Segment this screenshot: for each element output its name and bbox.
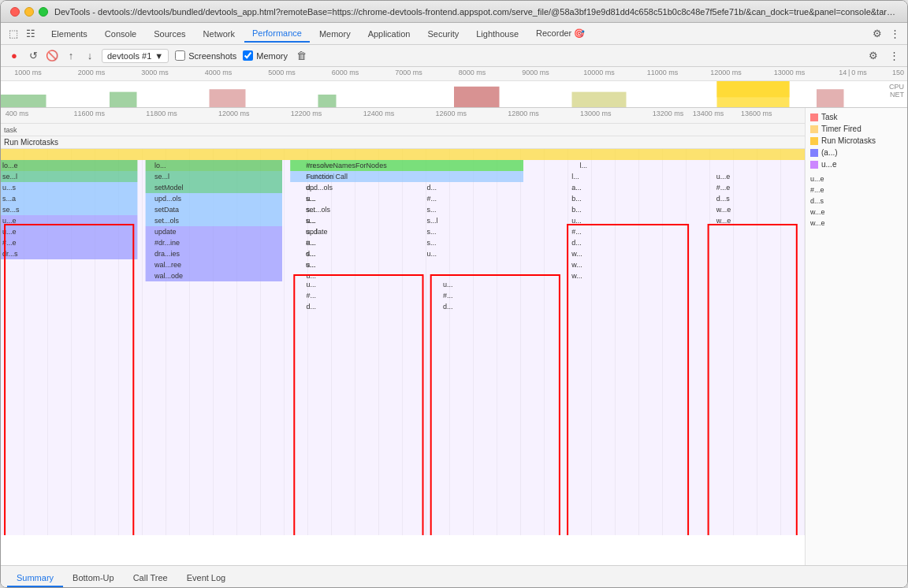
legend-a-parens-label: (a...) bbox=[821, 148, 838, 157]
tab-memory[interactable]: Memory bbox=[311, 26, 359, 42]
flame-lo-e[interactable] bbox=[1, 160, 137, 171]
secondary-toolbar-left: ● ↺ 🚫 ↑ ↓ devtools #1 ▼ bbox=[7, 49, 169, 63]
clear-button[interactable]: 🚫 bbox=[45, 49, 59, 63]
flame-fr-hashe: #...e bbox=[716, 184, 731, 192]
settings-icon[interactable]: ⚙ bbox=[871, 28, 884, 40]
tab-event-log[interactable]: Event Log bbox=[177, 570, 236, 587]
tab-application[interactable]: Application bbox=[360, 26, 419, 42]
dtick-11600: 11600 ms bbox=[73, 110, 105, 117]
flame-dr-s[interactable] bbox=[1, 248, 137, 259]
flame-lo2[interactable] bbox=[146, 160, 282, 171]
flame-fr-we2: w...e bbox=[716, 217, 731, 225]
legend-task: Task bbox=[806, 111, 907, 123]
flame-se-l[interactable] bbox=[1, 171, 137, 182]
legend-microtasks-label: Run Microtasks bbox=[821, 136, 876, 145]
more2-icon[interactable]: ⋮ bbox=[887, 49, 901, 63]
flame-se-s-text: se...s bbox=[2, 206, 20, 214]
cpu-bar-1 bbox=[1, 95, 47, 108]
tab-security[interactable]: Security bbox=[419, 26, 467, 42]
flame-r-w3: w... bbox=[571, 272, 582, 280]
tab-console[interactable]: Console bbox=[97, 26, 144, 42]
target-selector[interactable]: devtools #1 ▼ bbox=[102, 49, 169, 63]
legend-timer-color bbox=[810, 125, 818, 133]
screenshots-checkbox[interactable] bbox=[175, 50, 185, 61]
traffic-lights bbox=[10, 7, 48, 17]
tab-call-tree[interactable]: Call Tree bbox=[124, 570, 177, 587]
tab-bottom-up[interactable]: Bottom-Up bbox=[63, 570, 124, 587]
flame-u-s[interactable] bbox=[1, 182, 137, 193]
dtick-400: 400 ms bbox=[6, 110, 29, 117]
flame-mid-u2: u... bbox=[307, 217, 317, 225]
tab-sources[interactable]: Sources bbox=[146, 26, 193, 42]
tick-9000: 9000 ms bbox=[522, 69, 549, 76]
checkboxes-area: Screenshots Memory 🗑 bbox=[175, 49, 308, 63]
dtick-12200: 12200 ms bbox=[291, 110, 322, 117]
cpu-bar-7 bbox=[717, 81, 790, 108]
flame-upd-ols-text: upd...ols bbox=[154, 195, 182, 203]
minimize-button[interactable] bbox=[24, 7, 34, 17]
rp-item-1: u...e bbox=[806, 173, 907, 184]
microtasks-band bbox=[1, 149, 805, 160]
flame-se-s[interactable] bbox=[1, 204, 137, 215]
flame-chart-area[interactable]: lo...e se...l u...s s...a se...s bbox=[1, 149, 805, 535]
legend-u-e-label: u...e bbox=[821, 160, 836, 169]
legend-a-parens: (a...) bbox=[806, 147, 907, 158]
tick-4000: 4000 ms bbox=[205, 69, 233, 76]
rp-item-2: #...e bbox=[806, 184, 907, 195]
tab-summary[interactable]: Summary bbox=[7, 570, 63, 587]
flame-r-l: l... bbox=[571, 173, 579, 180]
delete-icon[interactable]: 🗑 bbox=[294, 49, 308, 63]
overview-chart[interactable]: CPU NET bbox=[1, 81, 907, 108]
detail-ruler: 400 ms 11600 ms 11800 ms 12000 ms 12200 … bbox=[1, 108, 805, 124]
flame-u-e2[interactable] bbox=[1, 226, 137, 237]
overview-ruler: 1000 ms 2000 ms 3000 ms 4000 ms 5000 ms … bbox=[1, 67, 907, 81]
more-icon[interactable]: ⋮ bbox=[888, 28, 901, 40]
close-button[interactable] bbox=[10, 7, 20, 17]
flame-mid-u: u... bbox=[307, 195, 317, 203]
tab-performance[interactable]: Performance bbox=[244, 25, 310, 43]
flame-fr-we: w...e bbox=[716, 206, 731, 214]
reload-button[interactable]: ↺ bbox=[26, 49, 40, 63]
flame-walode-text: wal...ode bbox=[154, 272, 183, 280]
devtools-window: DevTools - devtools://devtools/bundled/d… bbox=[0, 0, 908, 588]
record-button[interactable]: ● bbox=[7, 49, 21, 63]
dtick-12400: 12400 ms bbox=[363, 110, 395, 117]
flame-mid-d: d... bbox=[307, 184, 317, 192]
tick-2000: 2000 ms bbox=[78, 69, 106, 76]
flame-mr-d: d... bbox=[427, 184, 437, 192]
settings2-icon[interactable]: ⚙ bbox=[866, 49, 880, 63]
flame-fr-ue: u...e bbox=[716, 173, 731, 180]
flame-hash-e[interactable] bbox=[1, 237, 137, 248]
target-label: devtools #1 bbox=[107, 51, 151, 61]
legend-task-color bbox=[810, 114, 818, 121]
upload-button[interactable]: ↑ bbox=[64, 49, 78, 63]
tab-lighthouse[interactable]: Lighthouse bbox=[468, 26, 527, 42]
maximize-button[interactable] bbox=[39, 7, 48, 17]
tab-recorder[interactable]: Recorder 🎯 bbox=[528, 25, 593, 42]
memory-label: Memory bbox=[256, 51, 288, 61]
tab-network[interactable]: Network bbox=[195, 26, 243, 42]
performance-panel: 1000 ms 2000 ms 3000 ms 4000 ms 5000 ms … bbox=[1, 67, 907, 587]
legend-a-parens-color bbox=[810, 149, 818, 157]
flame-r-w: w... bbox=[571, 250, 582, 258]
flame-mid-u3: u... bbox=[307, 239, 317, 247]
flame-u-e1-text: u...e bbox=[2, 217, 17, 225]
tick-1000: 1000 ms bbox=[14, 69, 42, 76]
download-button[interactable]: ↓ bbox=[83, 49, 97, 63]
flame-fr-ds: d...s bbox=[716, 195, 731, 203]
device-icon[interactable]: ☷ bbox=[24, 28, 37, 40]
flame-s-a[interactable] bbox=[1, 193, 137, 204]
legend-u-e: u...e bbox=[806, 158, 907, 170]
toolbar-icons: ⬚ ☷ bbox=[7, 28, 37, 40]
flame-mid-s2: s... bbox=[307, 250, 316, 258]
dtick-13400: 13400 ms bbox=[693, 110, 724, 117]
flame-mr-s3: s... bbox=[427, 239, 437, 247]
legend-timer-label: Timer Fired bbox=[821, 125, 861, 133]
flame-mr-u: u... bbox=[427, 250, 437, 258]
inspect-icon[interactable]: ⬚ bbox=[7, 28, 20, 40]
memory-checkbox[interactable] bbox=[243, 50, 253, 61]
devtools-toolbar: ⬚ ☷ Elements Console Sources Network Per… bbox=[1, 23, 907, 45]
task-row-label: task bbox=[1, 126, 17, 134]
tab-elements[interactable]: Elements bbox=[43, 26, 95, 42]
task-label-row: task bbox=[1, 124, 805, 136]
